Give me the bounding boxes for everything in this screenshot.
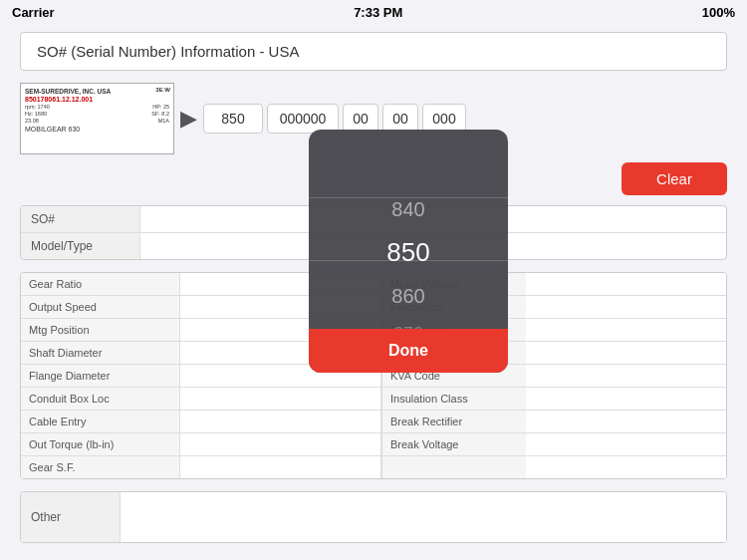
spec-break-rect-val[interactable] [526,411,726,432]
picker-item-selected[interactable]: 850 [309,229,508,276]
picker-item[interactable]: 860 [309,276,508,316]
spec-frequency-val[interactable] [526,296,726,318]
spec-motor-voltage-val[interactable] [526,273,726,295]
carrier-text: Carrier [12,5,55,20]
page-title: SO# (Serial Number) Information - USA [20,32,727,71]
spec-shaft-dia-label: Shaft Diameter [21,342,180,364]
time-text: 7:33 PM [354,5,402,20]
spec-out-torque-val[interactable] [180,433,381,455]
spec-conduit-val[interactable] [180,388,381,410]
spec-mtg-pos-label: Mtg Position [21,319,180,341]
spec-cable-entry-label: Cable Entry [21,411,180,432]
other-label: Other [21,492,121,542]
table-row: Cable Entry Break Rectifier [21,411,726,433]
label-date: 23.08 [25,118,39,124]
picker-done-button[interactable]: Done [309,329,508,373]
spec-cable-entry-val[interactable] [180,411,381,432]
spec-gear-sf-label: Gear S.F. [21,456,180,478]
spec-out-torque-label: Out Torque (lb-in) [21,433,180,455]
spec-output-speed-label: Output Speed [21,296,180,318]
status-bar: Carrier 7:33 PM 100% [0,0,747,24]
picker-item[interactable]: 870 [309,316,508,329]
label-so-number: 850178061.12.12.001 [25,96,169,103]
spec-conduit-label: Conduit Box Loc [21,388,180,410]
battery-text: 100% [702,5,735,20]
so-label: SO# [21,206,140,232]
label-model: MOBILGEAR 630 [25,126,169,133]
label-sf: SF: 8.2 [151,111,169,117]
spec-gear-ratio-label: Gear Ratio [21,273,180,295]
spec-kva-val[interactable] [526,365,726,387]
label-frame: M1A [158,118,169,124]
spec-motor-amps-val[interactable] [526,342,726,364]
label-hp: HP: 25 [152,104,169,110]
table-row: Conduit Box Loc Insulation Class [21,388,726,411]
spec-insulation-val[interactable] [526,388,726,410]
picker-divider-top [309,197,508,198]
label-row2: Hz: 1680 SF: 8.2 [25,111,169,117]
table-row: Out Torque (lb-in) Break Voltage [21,433,726,456]
other-value[interactable] [121,492,726,542]
spec-insulation-label: Insulation Class [381,388,526,410]
arrow-icon: ▶ [180,106,197,132]
model-label: Model/Type [21,233,140,259]
picker-wheel[interactable]: 840 850 860 870 [309,130,508,329]
label-row1: rpm: 1740 HP: 25 [25,104,169,110]
spec-connection-val[interactable] [526,319,726,341]
spec-break-voltage-val[interactable] [526,433,726,455]
label-top-right: 3E W [155,87,170,94]
picker-item[interactable]: 840 [309,189,508,229]
table-row: Gear S.F. [21,456,726,478]
picker-overlay: 840 850 860 870 Done [309,130,508,373]
label-image: SEM-SUREDRIVE, INC. USA 3E W 850178061.1… [20,83,174,154]
other-row: Other [21,492,726,542]
label-company: SEM-SUREDRIVE, INC. USA [25,88,169,95]
spec-empty-val [526,456,726,478]
spec-gear-sf-val[interactable] [180,456,381,478]
spec-empty-label [381,456,526,478]
label-rpm: rpm: 1740 [25,104,50,110]
spec-break-rect-label: Break Rectifier [381,411,526,432]
so-field-main[interactable]: 850 [203,104,263,134]
clear-button[interactable]: Clear [622,162,727,195]
label-hz: Hz: 1680 [25,111,47,117]
other-table: Other [20,491,727,543]
label-row3: 23.08 M1A [25,118,169,124]
spec-flange-dia-label: Flange Diameter [21,365,180,387]
picker-items: 840 850 860 870 [309,130,508,329]
picker-divider-bottom [309,260,508,261]
spec-break-voltage-label: Break Voltage [381,433,526,455]
